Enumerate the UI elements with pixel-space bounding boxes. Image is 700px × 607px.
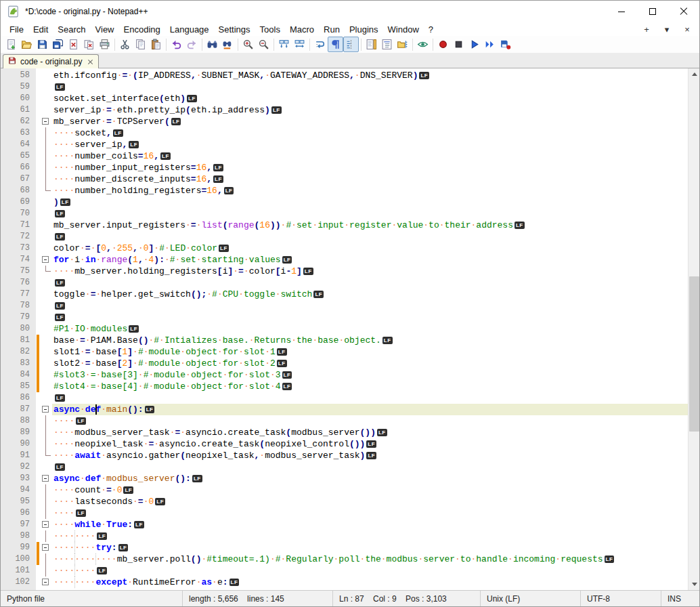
fold-collapse-icon[interactable] <box>42 256 49 263</box>
code-text[interactable]: ····LF <box>52 507 688 519</box>
close-button[interactable] <box>668 1 699 22</box>
replace-button[interactable] <box>220 37 236 52</box>
tab-new-button[interactable]: + <box>641 24 652 35</box>
code-text[interactable]: ····number_input_registers=16,LF <box>52 162 688 173</box>
code-text[interactable]: ····server_ip,LF <box>52 139 688 150</box>
zoom-in-button[interactable] <box>240 37 256 52</box>
menu-item-help[interactable]: ? <box>424 22 438 36</box>
code-text[interactable]: LF <box>52 81 688 93</box>
scrollbar-vertical[interactable] <box>688 68 699 590</box>
code-text[interactable]: mb_server.input_registers·=·list(range(1… <box>52 219 688 231</box>
find-button[interactable] <box>204 37 220 52</box>
code-text[interactable]: toggle·=·helper.get_switch();·#·CPU·togg… <box>52 289 688 300</box>
scroll-down-button[interactable] <box>688 579 699 590</box>
code-text[interactable]: for·i·in·range(1,·4):·#·set·starting·val… <box>52 254 688 266</box>
code-text[interactable]: ········except·RuntimeError·as·e:LF <box>52 577 688 588</box>
code-text[interactable]: async·def·modbus_server():LF <box>52 473 688 484</box>
menu-item-language[interactable]: Language <box>165 22 214 36</box>
code-text[interactable]: slot1·=·base[1]·#·module·object·for·slot… <box>52 346 688 358</box>
tab-close-button[interactable]: × <box>682 24 693 35</box>
copy-button[interactable] <box>133 37 148 52</box>
tab-list-button[interactable]: ▾ <box>661 24 672 35</box>
fold-collapse-icon[interactable] <box>42 406 49 413</box>
function-list-button[interactable] <box>379 37 395 52</box>
menu-item-plugins[interactable]: Plugins <box>345 22 383 36</box>
menu-item-encoding[interactable]: Encoding <box>119 22 165 36</box>
code-text[interactable]: #P1·IO·modulesLF <box>52 323 688 335</box>
word-wrap-button[interactable] <box>312 37 328 52</box>
code-text[interactable]: LF <box>52 231 688 243</box>
show-all-characters-button[interactable] <box>328 37 343 52</box>
menu-item-macro[interactable]: Macro <box>285 22 319 36</box>
menu-item-file[interactable]: File <box>5 22 28 36</box>
code-text[interactable]: ····LF <box>52 415 688 427</box>
zoom-out-button[interactable] <box>256 37 271 52</box>
code-text[interactable]: slot2·=·base[2]·#·module·object·for·slot… <box>52 358 688 369</box>
fold-collapse-icon[interactable] <box>42 544 49 551</box>
code-text[interactable]: ········LF <box>52 530 688 542</box>
code-text[interactable]: LF <box>52 312 688 323</box>
code-text[interactable]: mb_server·=·TCPServer(LF <box>52 116 688 127</box>
code-text[interactable]: ····count·=·0LF <box>52 484 688 496</box>
tab-code-original-py[interactable]: code - original.py <box>3 54 99 68</box>
document-map-button[interactable] <box>364 37 379 52</box>
menu-item-settings[interactable]: Settings <box>214 22 255 36</box>
redo-button[interactable] <box>184 37 200 52</box>
macro-record-button[interactable] <box>435 37 451 52</box>
code-text[interactable]: ····number_holding_registers=16,LF <box>52 185 688 196</box>
code-text[interactable]: ····modbus_server_task·=·asyncio.create_… <box>52 427 688 438</box>
undo-button[interactable] <box>169 37 184 52</box>
code-text[interactable]: server_ip·=·eth.pretty_ip(eth.ip_address… <box>52 104 688 116</box>
fold-collapse-icon[interactable] <box>42 475 49 482</box>
maximize-button[interactable] <box>637 1 668 22</box>
fold-collapse-icon[interactable] <box>42 521 49 528</box>
scrollbar-thumb[interactable] <box>689 276 699 432</box>
menu-item-search[interactable]: Search <box>53 22 90 36</box>
menu-item-edit[interactable]: Edit <box>28 22 53 36</box>
save-all-button[interactable] <box>50 37 66 52</box>
macro-stop-button[interactable] <box>451 37 466 52</box>
cut-button[interactable] <box>117 37 133 52</box>
code-text[interactable]: ····mb_server.holding_registers[i]·=·col… <box>52 266 688 277</box>
sync-vertical-scrolling-button[interactable] <box>276 37 292 52</box>
code-text[interactable]: ····number_coils=16,LF <box>52 150 688 162</box>
code-text[interactable]: LF <box>52 461 688 473</box>
code-text[interactable]: ····lastseconds·=·0LF <box>52 496 688 507</box>
menu-item-view[interactable]: View <box>91 22 119 36</box>
sync-horizontal-scrolling-button[interactable] <box>292 37 307 52</box>
code-text[interactable]: base·=·P1AM.Base()·#·Intializes·base.·Re… <box>52 335 688 346</box>
code-text[interactable]: ····number_discrete_inputs=16,LF <box>52 173 688 185</box>
code-text[interactable]: ····neopixel_task·=·asyncio.create_task(… <box>52 438 688 450</box>
paste-button[interactable] <box>148 37 164 52</box>
code-text[interactable]: eth.ifconfig·=·(IP_ADDRESS,·SUBNET_MASK,… <box>52 70 688 81</box>
code-text[interactable]: ········LF <box>52 565 688 577</box>
macro-run-multiple-button[interactable] <box>482 37 498 52</box>
code-text[interactable]: )LF <box>52 196 688 208</box>
folder-as-workspace-button[interactable] <box>395 37 410 52</box>
minimize-button[interactable] <box>606 1 637 22</box>
fold-collapse-icon[interactable] <box>42 118 49 125</box>
code-text[interactable]: LF <box>52 277 688 289</box>
code-text[interactable]: LF <box>52 300 688 312</box>
code-text[interactable]: LF <box>52 392 688 404</box>
code-text[interactable]: async·def·main():LF <box>52 404 688 415</box>
code-text[interactable]: ····await·asyncio.gather(neopixel_task,·… <box>52 450 688 461</box>
code-text[interactable]: socket.set_interface(eth)LF <box>52 93 688 104</box>
menu-item-tools[interactable]: Tools <box>255 22 285 36</box>
code-text[interactable]: LF <box>52 208 688 219</box>
code-text[interactable]: ····socket,LF <box>52 127 688 139</box>
monitoring-button[interactable] <box>415 37 431 52</box>
menu-item-run[interactable]: Run <box>319 22 345 36</box>
macro-save-button[interactable] <box>498 37 513 52</box>
close-all-button[interactable] <box>81 37 97 52</box>
close-file-button[interactable] <box>66 37 81 52</box>
print-file-button[interactable] <box>97 37 112 52</box>
tab-close-icon[interactable] <box>87 59 93 65</box>
code-text[interactable]: #slot4·=·base[4]·#·module·object·for·slo… <box>52 381 688 392</box>
menu-item-window[interactable]: Window <box>383 22 424 36</box>
fold-collapse-icon[interactable] <box>42 579 49 585</box>
code-text[interactable]: #slot3·=·base[3]·#·module·object·for·slo… <box>52 369 688 381</box>
open-file-button[interactable] <box>19 37 35 52</box>
save-file-button[interactable] <box>35 37 50 52</box>
show-indent-guide-button[interactable] <box>343 37 359 52</box>
